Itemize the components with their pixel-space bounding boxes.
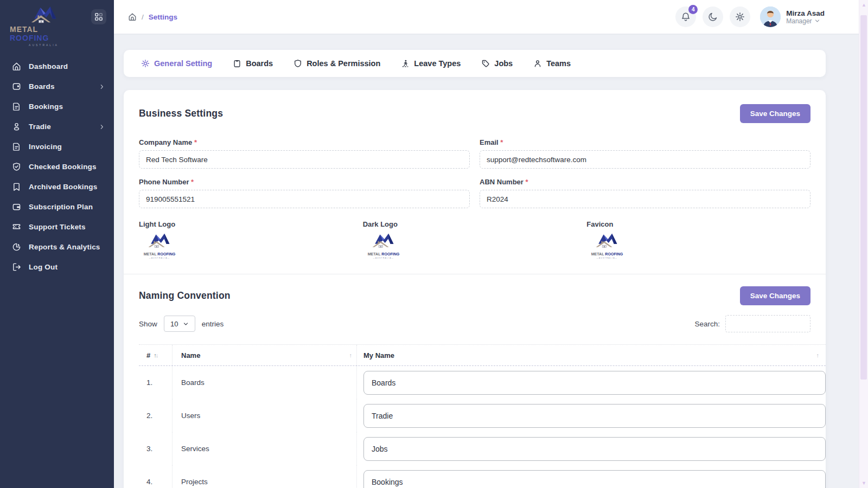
grid-icon (94, 12, 103, 21)
row-name: Users (181, 412, 200, 420)
chevron-down-icon (183, 321, 189, 327)
leave-icon (401, 59, 410, 68)
scroll-down-arrow[interactable]: ▼ (859, 479, 868, 487)
scrollbar-thumb[interactable] (860, 15, 867, 380)
my-name-input[interactable] (363, 470, 826, 488)
ticket-icon (12, 222, 21, 232)
breadcrumb-current[interactable]: Settings (149, 13, 177, 21)
sidebar-item-label: Log Out (29, 263, 105, 271)
chevron-right-icon (99, 84, 105, 90)
my-name-input[interactable] (363, 404, 826, 428)
row-name: Boards (181, 378, 205, 387)
tab-label: General Setting (154, 59, 212, 68)
scroll-up-arrow[interactable]: ▲ (859, 1, 868, 9)
tab-label: Jobs (494, 59, 513, 68)
tab-jobs[interactable]: Jobs (481, 59, 513, 68)
page-scrollbar[interactable]: ▲ ▼ (859, 0, 868, 488)
email-field[interactable] (480, 150, 810, 169)
light-logo-image[interactable]: METAL ROOFING —AUSTRALIA— (139, 233, 180, 261)
tag-icon (481, 59, 490, 68)
sidebar-item-support-tickets[interactable]: Support Tickets (0, 217, 114, 237)
invoice-icon (12, 142, 21, 151)
entries-label: entries (202, 320, 224, 328)
search-input[interactable] (725, 315, 810, 332)
sidebar-item-subscription-plan[interactable]: Subscription Plan (0, 197, 114, 217)
tab-teams[interactable]: Teams (533, 59, 571, 68)
brand-name-part2: ROOFING (10, 34, 49, 42)
sidebar-item-tradie[interactable]: Tradie (0, 117, 114, 137)
sidebar-item-bookings[interactable]: Bookings (0, 97, 114, 117)
table-row: 3. Services (139, 432, 826, 465)
column-header-num[interactable]: # ↑↓ (139, 345, 173, 365)
logout-icon (12, 262, 21, 272)
sort-icons: ↑↓ (154, 352, 157, 358)
home-icon[interactable] (128, 12, 137, 21)
sidebar-nav: Dashboard Boards Bookings Tradie Invoici… (0, 56, 114, 277)
business-settings-title: Business Settings (139, 108, 223, 119)
favicon-image[interactable]: METAL ROOFING —AUSTRALIA— (586, 233, 628, 261)
person-icon (533, 59, 542, 68)
sidebar-item-label: Boards (29, 82, 91, 91)
notifications-button[interactable]: 4 (675, 7, 696, 27)
save-business-settings-button[interactable]: Save Changes (740, 104, 810, 123)
settings-button[interactable] (730, 7, 750, 27)
column-header-name[interactable]: Name ↑ (173, 345, 357, 365)
notification-badge: 4 (688, 5, 698, 14)
phone-number-field[interactable] (139, 190, 470, 208)
sidebar-item-label: Archived Bookings (29, 183, 105, 191)
favicon-label: Favicon (586, 220, 810, 228)
row-number: 3. (146, 445, 152, 453)
apps-grid-button[interactable] (91, 9, 106, 24)
sidebar-item-invoicing[interactable]: Invoicing (0, 137, 114, 157)
sidebar-item-boards[interactable]: Boards (0, 76, 114, 97)
abn-number-label: ABN Number * (480, 178, 810, 186)
user-menu[interactable]: Mirza Asad Manager (760, 7, 825, 27)
svg-text:—AUSTRALIA—: —AUSTRALIA— (149, 257, 170, 259)
sidebar-item-label: Support Tickets (29, 223, 105, 231)
save-naming-convention-button[interactable]: Save Changes (740, 286, 810, 305)
dark-logo-label: Dark Logo (363, 220, 587, 228)
table-header: # ↑↓ Name ↑ My Name ↑ (139, 344, 826, 366)
tab-boards[interactable]: Boards (233, 59, 273, 68)
wallet-icon (12, 202, 21, 211)
tab-leave-types[interactable]: Leave Types (401, 59, 461, 68)
show-label: Show (139, 320, 157, 328)
column-header-my-name[interactable]: My Name ↑ (357, 345, 826, 365)
page-size-value: 10 (170, 320, 178, 328)
settings-card: Business Settings Save Changes Company N… (124, 90, 826, 488)
top-header: / Settings 4 Mi (114, 0, 868, 34)
dark-mode-button[interactable] (703, 7, 723, 27)
table-row: 1. Boards (139, 366, 826, 399)
sidebar-item-dashboard[interactable]: Dashboard (0, 56, 114, 76)
sidebar-item-label: Reports & Analytics (29, 243, 105, 251)
user-role: Manager (786, 17, 812, 25)
sidebar-item-log-out[interactable]: Log Out (0, 257, 114, 277)
naming-convention-table: # ↑↓ Name ↑ My Name ↑ 1. Boards 2. (139, 344, 826, 488)
light-logo-label: Light Logo (139, 220, 363, 228)
sidebar-item-archived-bookings[interactable]: Archived Bookings (0, 177, 114, 197)
phone-number-label: Phone Number * (139, 178, 470, 186)
company-name-field[interactable] (139, 150, 470, 169)
tab-roles-permission[interactable]: Roles & Permission (293, 59, 380, 68)
brand-name-part1: METAL (10, 25, 38, 34)
brand-logo[interactable]: METAL ROOFING AUSTRALIA (10, 5, 78, 47)
user-name: Mirza Asad (786, 9, 825, 17)
abn-number-field[interactable] (480, 190, 810, 208)
sidebar-item-label: Checked Bookings (29, 163, 105, 171)
sort-icons: ↑ (816, 352, 819, 358)
tab-general-setting[interactable]: General Setting (141, 59, 212, 68)
email-label: Email * (480, 138, 810, 146)
dark-logo-image[interactable]: METAL ROOFING —AUSTRALIA— (363, 233, 404, 261)
tab-label: Leave Types (414, 59, 461, 68)
sidebar: METAL ROOFING AUSTRALIA Dashboard Boards… (0, 0, 114, 488)
tab-label: Teams (546, 59, 571, 68)
pie-chart-icon (12, 242, 21, 252)
page-size-select[interactable]: 10 (164, 316, 195, 332)
my-name-input[interactable] (363, 371, 826, 395)
brand-logo-mark (23, 5, 65, 24)
sidebar-item-checked-bookings[interactable]: Checked Bookings (0, 157, 114, 177)
my-name-input[interactable] (363, 437, 826, 461)
moon-icon (708, 12, 718, 22)
chevron-down-icon (814, 18, 820, 24)
sidebar-item-reports-analytics[interactable]: Reports & Analytics (0, 237, 114, 257)
